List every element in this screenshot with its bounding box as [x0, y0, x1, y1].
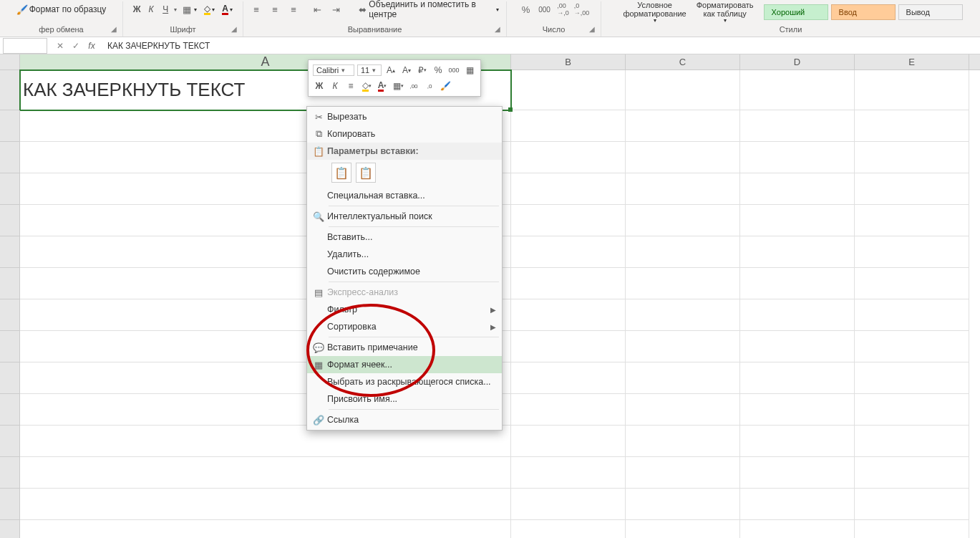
cell[interactable] [511, 489, 626, 520]
cell[interactable] [740, 426, 855, 457]
name-box[interactable] [3, 38, 47, 54]
align-center-button[interactable]: ≡ [266, 2, 283, 16]
row-header[interactable] [0, 173, 20, 205]
cell[interactable] [626, 520, 740, 538]
thousands-button[interactable]: 000 [536, 2, 553, 16]
row-header[interactable] [0, 489, 20, 520]
underline-dropdown[interactable]: ▾ [173, 6, 177, 13]
cell[interactable] [626, 268, 740, 299]
row-header[interactable] [0, 457, 20, 489]
mini-fill-color-button[interactable]: ◇▾ [360, 80, 373, 92]
format-as-table-button[interactable]: Форматировать как таблицу ▾ [692, 0, 758, 26]
select-all-corner[interactable] [0, 54, 20, 69]
mini-decimal-dec-button[interactable]: ,0 [423, 80, 436, 92]
cell[interactable] [855, 142, 969, 173]
cell[interactable] [626, 236, 740, 268]
cancel-formula-button[interactable]: ✕ [54, 41, 66, 51]
mini-font-size[interactable]: 11▾ [357, 64, 382, 76]
cell[interactable] [740, 299, 855, 331]
row-header[interactable] [0, 268, 20, 299]
style-input[interactable]: Ввод [831, 4, 896, 20]
mini-bold-button[interactable]: Ж [313, 80, 326, 92]
cell[interactable] [20, 457, 511, 489]
decrease-font-button[interactable]: A▾ [400, 64, 413, 77]
conditional-formatting-button[interactable]: Условное форматирование ▾ [618, 0, 690, 26]
enter-formula-button[interactable]: ✓ [70, 41, 82, 51]
style-good[interactable]: Хороший [764, 4, 828, 20]
increase-font-button[interactable]: A▴ [384, 64, 397, 77]
cell[interactable] [740, 173, 855, 205]
cell[interactable] [511, 205, 626, 236]
row-header[interactable] [0, 426, 20, 457]
paste-option-values[interactable]: 📋 [356, 163, 376, 183]
cell[interactable] [855, 457, 969, 489]
cell[interactable] [740, 142, 855, 173]
merge-center-button[interactable]: ⬌ Объединить и поместить в центре ▾ [354, 0, 502, 21]
cell[interactable] [511, 520, 626, 538]
cell[interactable] [855, 362, 969, 394]
cell[interactable] [740, 205, 855, 236]
borders-button[interactable]: ▦▾ [178, 2, 200, 16]
formula-input[interactable]: КАК ЗАЧЕРКНУТЬ ТЕКСТ [102, 41, 980, 51]
context-insert-comment[interactable]: 💬 Вставить примечание [307, 339, 502, 356]
context-hyperlink[interactable]: 🔗 Ссылка [307, 411, 502, 428]
decrease-indent-button[interactable]: ⇤ [309, 2, 326, 16]
fx-button[interactable]: fx [86, 41, 97, 51]
cell[interactable] [626, 205, 740, 236]
decrease-decimal-button[interactable]: ,0→,00 [573, 2, 591, 16]
cell[interactable] [855, 205, 969, 236]
paste-option-default[interactable]: 📋 [331, 163, 351, 183]
row-header[interactable] [0, 520, 20, 538]
cell[interactable] [511, 426, 626, 457]
cell-d1[interactable] [740, 70, 855, 110]
cell[interactable] [740, 362, 855, 394]
cell[interactable] [626, 173, 740, 205]
mini-align-button[interactable]: ≡ [344, 80, 357, 92]
row-header[interactable] [0, 394, 20, 426]
row-header[interactable] [0, 110, 20, 142]
context-clear[interactable]: Очистить содержимое [307, 263, 502, 280]
row-header[interactable] [0, 331, 20, 362]
cell[interactable] [511, 142, 626, 173]
number-launcher-icon[interactable]: ◢ [589, 25, 598, 34]
cell[interactable] [511, 331, 626, 362]
cell[interactable] [626, 394, 740, 426]
context-cut[interactable]: ✂ Вырезать [307, 108, 502, 125]
cell[interactable] [20, 489, 511, 520]
cell[interactable] [626, 362, 740, 394]
cell[interactable] [740, 489, 855, 520]
align-right-button[interactable]: ≡ [285, 2, 302, 16]
percent-button[interactable]: % [518, 2, 535, 16]
context-pick-from-list[interactable]: Выбрать из раскрывающегося списка... [307, 373, 502, 390]
cell[interactable] [855, 173, 969, 205]
mini-borders-button[interactable]: ▦▾ [392, 80, 404, 92]
context-sort[interactable]: Сортировка ▶ [307, 318, 502, 335]
context-copy[interactable]: ⧉ Копировать [307, 125, 502, 143]
cell[interactable] [855, 110, 969, 142]
row-header-1[interactable] [0, 70, 20, 110]
context-filter[interactable]: Фильтр ▶ [307, 301, 502, 318]
cell[interactable] [740, 268, 855, 299]
cell[interactable] [855, 394, 969, 426]
cell[interactable] [511, 362, 626, 394]
row-header[interactable] [0, 142, 20, 173]
underline-button[interactable]: Ч [159, 3, 172, 16]
context-define-name[interactable]: Присвоить имя... [307, 390, 502, 408]
cell[interactable] [855, 489, 969, 520]
cell[interactable] [855, 331, 969, 362]
mini-italic-button[interactable]: К [329, 80, 341, 92]
col-header-d[interactable]: D [740, 54, 855, 69]
cell[interactable] [511, 173, 626, 205]
mini-font-color-button[interactable]: А▾ [376, 80, 389, 92]
row-header[interactable] [0, 236, 20, 268]
context-insert[interactable]: Вставить... [307, 229, 502, 246]
format-painter-button[interactable]: 🖌️ Формат по образцу [14, 2, 110, 16]
increase-decimal-button[interactable]: ,00→,0 [555, 2, 572, 16]
font-launcher-icon[interactable]: ◢ [231, 25, 240, 34]
row-header[interactable] [0, 299, 20, 331]
col-header-c[interactable]: C [626, 54, 740, 69]
accounting-format-button[interactable]: ₽▾ [416, 64, 429, 77]
cell[interactable] [855, 520, 969, 538]
cell-c1[interactable] [626, 70, 740, 110]
row-header[interactable] [0, 205, 20, 236]
